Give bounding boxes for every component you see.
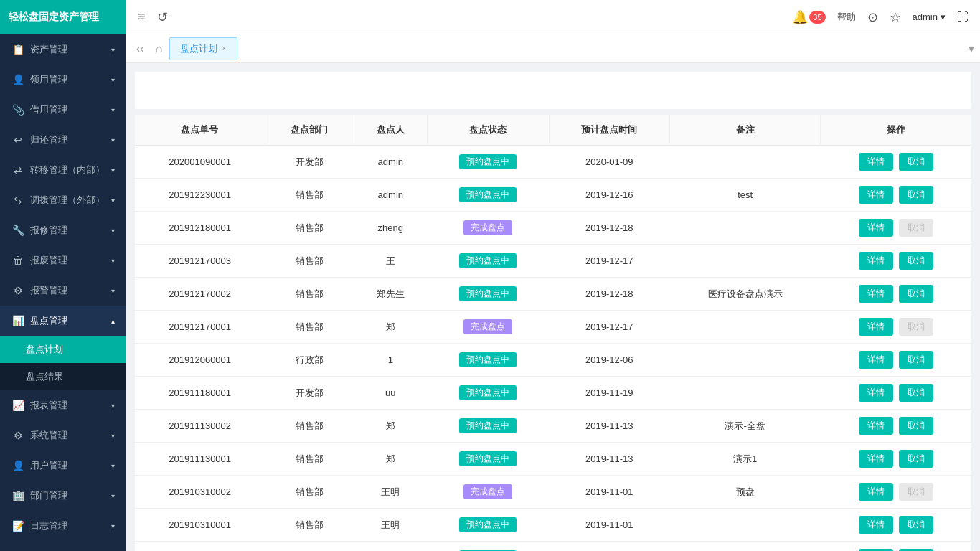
help-link[interactable]: 帮助 — [837, 11, 856, 24]
cell-person: uu — [354, 377, 427, 410]
topbar-right: 🔔 35 帮助 ⊙ ☆ admin ▾ ⛶ — [792, 9, 969, 25]
user-menu[interactable]: admin ▾ — [913, 11, 946, 22]
sidebar-item-loan[interactable]: 👤 领用管理 ▾ — [0, 65, 126, 95]
cell-status: 预约盘点中 — [427, 179, 549, 212]
cancel-button[interactable]: 取消 — [899, 450, 933, 468]
sidebar-item-return[interactable]: ↩ 归还管理 ▾ — [0, 125, 126, 155]
cell-dept: 销售部 — [265, 179, 354, 212]
status-badge: 预约盘点中 — [459, 385, 517, 400]
topbar-left-icons: ≡ ↺ — [138, 9, 168, 25]
detail-button[interactable]: 详情 — [859, 153, 893, 171]
refresh-icon[interactable]: ↺ — [157, 9, 168, 25]
sidebar-item-plan[interactable]: 盘点计划 — [0, 336, 126, 363]
table-row: 201910310002 销售部 王明 完成盘点 2019-11-01 预盘 详… — [135, 476, 971, 509]
cancel-button[interactable]: 取消 — [899, 516, 933, 534]
sidebar-item-label: 归还管理 — [30, 133, 67, 146]
cancel-button: 取消 — [899, 318, 933, 336]
result-label: 盘点结果 — [26, 371, 63, 382]
cell-status: 完成盘点 — [427, 212, 549, 245]
cell-person: 王明 — [354, 476, 427, 509]
sidebar-item-dispatch[interactable]: ⇆ 调拨管理（外部） ▾ — [0, 185, 126, 215]
col-remark: 备注 — [669, 115, 821, 146]
status-badge: 完成盘点 — [463, 220, 512, 235]
cell-date: 2019-12-16 — [549, 179, 669, 212]
tab-expand-icon[interactable]: ▾ — [969, 42, 974, 55]
main-content: ≡ ↺ 🔔 35 帮助 ⊙ ☆ admin ▾ ⛶ ‹‹ ⌂ 盘点计划 × ▾ — [126, 0, 980, 551]
cell-status: 预约盘点中 — [427, 344, 549, 377]
cell-dept: 销售部 — [265, 245, 354, 278]
search-bar — [135, 72, 971, 109]
cancel-button[interactable]: 取消 — [899, 252, 933, 270]
detail-button[interactable]: 详情 — [859, 417, 893, 435]
table-row: 201912060001 行政部 1 预约盘点中 2019-12-06 详情 取… — [135, 344, 971, 377]
sidebar-item-label: 用户管理 — [30, 459, 67, 472]
user-arrow-icon: ▾ — [941, 11, 946, 22]
detail-button[interactable]: 详情 — [859, 483, 893, 501]
home-icon[interactable]: ⌂ — [151, 39, 167, 58]
sidebar-item-system[interactable]: ⚙ 系统管理 ▾ — [0, 420, 126, 451]
sidebar-item-scrap[interactable]: 🗑 报废管理 ▾ — [0, 245, 126, 276]
sidebar-item-label: 日志管理 — [30, 519, 67, 532]
cell-person: 郑 — [354, 410, 427, 443]
col-status: 盘点状态 — [427, 115, 549, 146]
fullscreen-icon[interactable]: ⛶ — [957, 11, 969, 24]
cancel-button[interactable]: 取消 — [899, 153, 933, 171]
detail-button[interactable]: 详情 — [859, 450, 893, 468]
sidebar-item-user[interactable]: 👤 用户管理 ▾ — [0, 451, 126, 481]
tabbar: ‹‹ ⌂ 盘点计划 × ▾ — [126, 34, 980, 63]
cell-status: 预约盘点中 — [427, 377, 549, 410]
detail-button[interactable]: 详情 — [859, 351, 893, 369]
sidebar-item-transfer[interactable]: ⇄ 转移管理（内部） ▾ — [0, 155, 126, 185]
detail-button[interactable]: 详情 — [859, 252, 893, 270]
detail-button[interactable]: 详情 — [859, 186, 893, 204]
cell-id: 201912060001 — [135, 344, 265, 377]
detail-button[interactable]: 详情 — [859, 516, 893, 534]
cancel-button[interactable]: 取消 — [899, 186, 933, 204]
detail-button[interactable]: 详情 — [859, 285, 893, 303]
status-badge: 完成盘点 — [463, 484, 512, 499]
repair-icon: 🔧 — [11, 224, 24, 237]
cell-action: 详情 取消 — [821, 410, 971, 443]
sidebar-item-inventory[interactable]: 📊 盘点管理 ▴ — [0, 306, 126, 336]
cell-action: 详情 取消 — [821, 146, 971, 179]
detail-button[interactable]: 详情 — [859, 384, 893, 402]
star-icon[interactable]: ☆ — [890, 9, 901, 25]
chevron-down-icon: ▾ — [111, 257, 115, 265]
sidebar-item-dept[interactable]: 🏢 部门管理 ▾ — [0, 481, 126, 511]
cell-person: 王明 — [354, 509, 427, 542]
col-id: 盘点单号 — [135, 115, 265, 146]
theme-icon[interactable]: ⊙ — [867, 9, 878, 25]
cell-date: 2019-11-01 — [549, 476, 669, 509]
tab-close-icon[interactable]: × — [222, 44, 226, 52]
tab-inventory-plan[interactable]: 盘点计划 × — [169, 37, 237, 60]
table-row: 201911130001 销售部 郑 预约盘点中 2019-11-13 演示1 … — [135, 443, 971, 476]
cancel-button[interactable]: 取消 — [899, 285, 933, 303]
cell-id: 201912230001 — [135, 179, 265, 212]
chevron-down-icon: ▾ — [111, 522, 115, 530]
status-badge: 预约盘点中 — [459, 451, 517, 466]
cell-id: 201912170003 — [135, 245, 265, 278]
detail-button[interactable]: 详情 — [859, 219, 893, 237]
sidebar-item-asset[interactable]: 📋 资产管理 ▾ — [0, 34, 126, 65]
sidebar-item-log[interactable]: 📝 日志管理 ▾ — [0, 511, 126, 541]
table-row: 201912180001 销售部 zheng 完成盘点 2019-12-18 详… — [135, 212, 971, 245]
notification-bell[interactable]: 🔔 35 — [792, 9, 825, 25]
detail-button[interactable]: 详情 — [859, 318, 893, 336]
sidebar-item-result[interactable]: 盘点结果 — [0, 363, 126, 390]
chevron-down-icon: ▾ — [111, 227, 115, 235]
sidebar-item-label: 转移管理（内部） — [30, 164, 105, 176]
sidebar: 轻松盘固定资产管理 📋 资产管理 ▾ 👤 领用管理 ▾ 📎 借用管理 ▾ ↩ 归… — [0, 0, 126, 551]
cancel-button[interactable]: 取消 — [899, 351, 933, 369]
cancel-button[interactable]: 取消 — [899, 417, 933, 435]
status-badge: 完成盘点 — [463, 319, 512, 334]
sidebar-item-repair[interactable]: 🔧 报修管理 ▾ — [0, 215, 126, 245]
cancel-button[interactable]: 取消 — [899, 384, 933, 402]
sidebar-item-borrow[interactable]: 📎 借用管理 ▾ — [0, 95, 126, 125]
cell-remark — [669, 509, 821, 542]
sidebar-item-alert[interactable]: ⚙ 报警管理 ▾ — [0, 276, 126, 306]
tab-back-button[interactable]: ‹‹ — [132, 39, 149, 58]
sidebar-item-report[interactable]: 📈 报表管理 ▾ — [0, 390, 126, 420]
menu-toggle-icon[interactable]: ≡ — [138, 9, 146, 24]
cell-dept: 开发部 — [265, 146, 354, 179]
log-icon: 📝 — [11, 519, 24, 532]
